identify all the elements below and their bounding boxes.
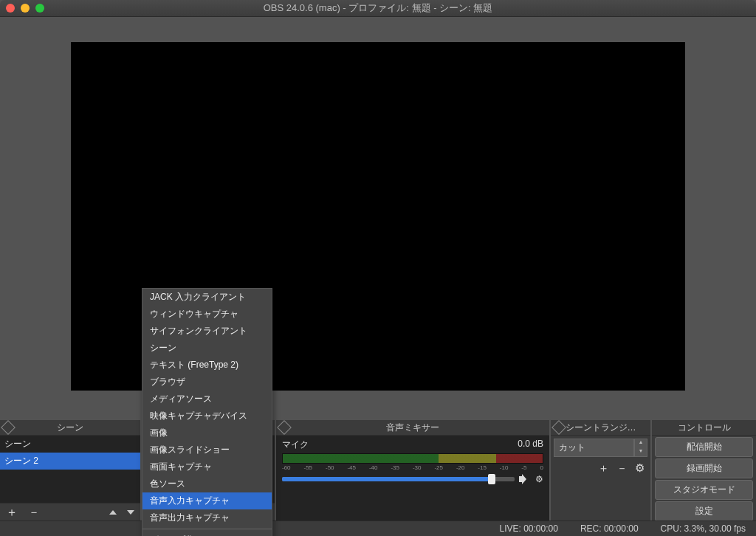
status-bar: LIVE: 00:00:00 REC: 00:00:00 CPU: 3.3%, …: [0, 520, 756, 536]
mixer-channel: マイク 0.0 dB -60-55-50-45-40-35-30-25-20-1…: [276, 436, 549, 487]
move-down-icon[interactable]: [127, 510, 134, 515]
meter-ticks: -60-55-50-45-40-35-30-25-20-15-10-50: [282, 464, 543, 471]
controls-dock: コントロール 配信開始 録画開始 スタジオモード 設定 終了: [652, 420, 756, 521]
scenes-header[interactable]: シーン: [0, 420, 140, 436]
controls-header[interactable]: コントロール: [652, 420, 756, 436]
transitions-header[interactable]: シーントランジ…: [551, 420, 650, 436]
start-streaming-button[interactable]: 配信開始: [655, 437, 753, 457]
popout-icon[interactable]: [551, 420, 566, 435]
move-up-icon[interactable]: [109, 510, 117, 515]
controls-body: 配信開始 録画開始 スタジオモード 設定 終了: [652, 436, 756, 521]
channel-settings-button[interactable]: ⚙: [535, 474, 543, 484]
scene-item[interactable]: シーン 2: [0, 453, 140, 470]
scenes-toolbar: ＋ －: [0, 503, 140, 521]
menu-item[interactable]: 音声入力キャプチャ: [142, 492, 272, 509]
studio-mode-button[interactable]: スタジオモード: [655, 480, 753, 500]
transitions-body: カット ▲▼ ＋ － ⚙: [551, 436, 650, 521]
start-recording-button[interactable]: 録画開始: [655, 458, 753, 478]
scenes-dock: シーン シーン シーン 2 ＋ －: [0, 420, 140, 521]
mixer-title: 音声ミキサー: [386, 422, 439, 434]
status-live: LIVE: 00:00:00: [499, 523, 557, 534]
speaker-icon[interactable]: [519, 474, 531, 484]
menu-item[interactable]: ブラウザ: [142, 374, 272, 391]
menu-item[interactable]: ウィンドウキャプチャ: [142, 306, 272, 323]
menu-item[interactable]: サイフォンクライアント: [142, 323, 272, 340]
menu-item[interactable]: メディアソース: [142, 391, 272, 408]
menu-item[interactable]: 色ソース: [142, 475, 272, 492]
remove-transition-button[interactable]: －: [616, 461, 628, 475]
menu-item[interactable]: シーン: [142, 340, 272, 357]
titlebar: OBS 24.0.6 (mac) - プロファイル: 無題 - シーン: 無題: [0, 0, 756, 17]
preview-area: [0, 17, 756, 416]
transitions-dock: シーントランジ… カット ▲▼ ＋ － ⚙: [551, 420, 650, 521]
transition-select[interactable]: カット: [554, 439, 634, 457]
status-rec: REC: 00:00:00: [580, 523, 639, 534]
settings-button[interactable]: 設定: [655, 501, 753, 521]
menu-item[interactable]: JACK 入力クライアント: [142, 289, 272, 306]
menu-separator: [142, 529, 272, 529]
transitions-title: シーントランジ…: [566, 422, 636, 434]
mixer-body: マイク 0.0 dB -60-55-50-45-40-35-30-25-20-1…: [276, 436, 549, 521]
remove-scene-button[interactable]: －: [28, 505, 40, 520]
scenes-title: シーン: [57, 422, 83, 434]
menu-item-group[interactable]: グループ化: [142, 532, 272, 536]
add-scene-button[interactable]: ＋: [6, 505, 18, 520]
mixer-dock: 音声ミキサー マイク 0.0 dB -60-55-50-45-40-35-30-…: [276, 420, 549, 521]
menu-item[interactable]: 画像スライドショー: [142, 441, 272, 458]
transition-settings-button[interactable]: ⚙: [635, 461, 645, 475]
add-transition-button[interactable]: ＋: [598, 461, 609, 475]
popout-icon[interactable]: [1, 420, 16, 435]
add-source-menu: JACK 入力クライアント ウィンドウキャプチャ サイフォンクライアント シーン…: [142, 288, 272, 536]
status-cpu: CPU: 3.3%, 30.00 fps: [661, 523, 746, 534]
menu-item[interactable]: 画像: [142, 425, 272, 441]
menu-item[interactable]: 映像キャプチャデバイス: [142, 408, 272, 425]
menu-item[interactable]: 音声出力キャプチャ: [142, 509, 272, 526]
window-title: OBS 24.0.6 (mac) - プロファイル: 無題 - シーン: 無題: [0, 1, 756, 15]
menu-item[interactable]: 画面キャプチャ: [142, 458, 272, 475]
audio-meter: [282, 453, 543, 464]
controls-title: コントロール: [678, 422, 731, 434]
transition-stepper[interactable]: ▲▼: [634, 439, 647, 457]
channel-db: 0.0 dB: [518, 439, 543, 451]
scene-item[interactable]: シーン: [0, 436, 140, 453]
popout-icon[interactable]: [277, 420, 292, 435]
menu-item[interactable]: テキスト (FreeType 2): [142, 357, 272, 374]
volume-slider[interactable]: [282, 477, 515, 481]
scenes-list[interactable]: シーン シーン 2: [0, 436, 140, 503]
mixer-header[interactable]: 音声ミキサー: [276, 420, 549, 436]
channel-name: マイク: [282, 439, 309, 451]
